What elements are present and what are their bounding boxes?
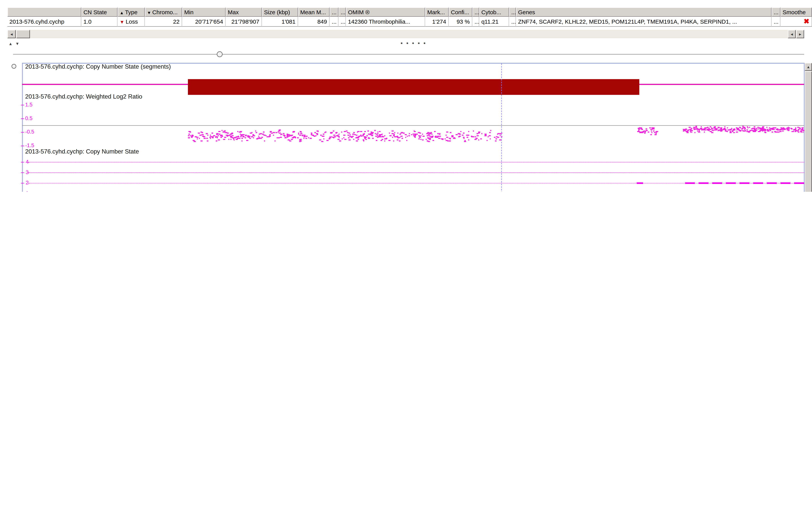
row-cell-e2[interactable]: ... xyxy=(339,17,346,27)
log2-marker xyxy=(801,130,802,131)
log2-marker xyxy=(488,135,490,136)
log2-marker xyxy=(704,132,705,133)
log2-marker xyxy=(407,136,408,137)
col-header-e4[interactable]: ... xyxy=(509,7,516,17)
log2-marker xyxy=(489,132,491,133)
log2-marker xyxy=(298,134,299,135)
table-hscroll-left-icon[interactable]: ◄ xyxy=(7,30,16,38)
log2-marker xyxy=(201,132,203,133)
row-cell-markers[interactable]: 1'274 xyxy=(425,17,449,27)
col-header-e2[interactable]: ... xyxy=(339,7,346,17)
col-header-markers[interactable]: Mark... xyxy=(425,7,449,17)
table-hscroll-left2-icon[interactable]: ◄ xyxy=(788,30,796,38)
log2-marker xyxy=(339,140,341,141)
table-hscroll-right-icon[interactable]: ► xyxy=(796,30,804,38)
log2-marker xyxy=(190,131,191,132)
log2-marker xyxy=(641,127,642,128)
col-header-size[interactable]: Size (kbp) xyxy=(262,7,298,17)
splitter-grip[interactable]: • • • • • xyxy=(390,40,437,47)
log2-marker xyxy=(201,134,204,135)
log2-marker xyxy=(276,132,277,133)
col-header-smooth[interactable]: Smoothe xyxy=(780,7,812,17)
log2-marker xyxy=(799,128,801,129)
row-cell-rowlabel[interactable]: 2013-576.cyhd.cychp xyxy=(7,17,81,27)
col-header-e3[interactable]: ... xyxy=(472,7,479,17)
col-header-type[interactable]: ▲ Type xyxy=(118,7,145,17)
vscroll-up-icon[interactable]: ▲ xyxy=(805,63,812,71)
row-cell-cn_state[interactable]: 1.0 xyxy=(81,17,118,27)
log2-marker xyxy=(310,138,312,139)
col-header-genes[interactable]: Genes xyxy=(516,7,772,17)
col-header-e5[interactable]: ... xyxy=(772,7,780,17)
table-hscroll-track[interactable] xyxy=(7,30,804,38)
row-cell-min[interactable]: 20'717'654 xyxy=(182,17,226,27)
log2-marker xyxy=(360,131,362,132)
collapse-down-icon[interactable]: ▾ xyxy=(14,41,21,47)
log2-marker xyxy=(264,141,265,141)
log2-marker xyxy=(190,135,191,136)
log2-marker xyxy=(220,137,222,138)
log2-marker xyxy=(335,133,337,134)
col-header-max[interactable]: Max xyxy=(226,7,262,17)
log2-marker xyxy=(439,133,440,134)
row-cell-max[interactable]: 21'798'907 xyxy=(226,17,262,27)
log2-marker xyxy=(644,132,645,133)
col-header-min[interactable]: Min xyxy=(182,7,226,17)
row-cell-genes[interactable]: ZNF74, SCARF2, KLHL22, MED15, POM121L4P,… xyxy=(516,17,772,27)
log2-marker xyxy=(329,138,331,138)
col-header-mean[interactable]: Mean M... xyxy=(298,7,330,17)
log2-marker xyxy=(278,132,278,132)
log2-marker xyxy=(756,128,758,129)
log2-marker xyxy=(382,136,383,137)
col-header-conf[interactable]: Confi... xyxy=(449,7,472,17)
delete-row-icon[interactable]: ✖ xyxy=(804,17,810,25)
log2-marker xyxy=(252,132,252,133)
col-header-chrom[interactable]: ▼ Chromo... xyxy=(145,7,182,17)
row-cell-e5[interactable]: ... xyxy=(772,17,780,27)
zoom-slider-handle[interactable] xyxy=(217,51,223,57)
log2-marker xyxy=(701,128,702,128)
col-header-cyto[interactable]: Cytob... xyxy=(479,7,509,17)
log2-marker xyxy=(374,130,376,131)
log2-marker xyxy=(738,129,740,130)
row-cell-type[interactable]: ▼ Loss xyxy=(118,17,145,27)
log2-marker xyxy=(413,135,415,136)
log2-marker xyxy=(652,132,652,133)
collapse-up-icon[interactable]: ▴ xyxy=(7,41,14,47)
col-header-omim[interactable]: OMIM ® xyxy=(346,7,425,17)
log2-marker xyxy=(419,137,421,138)
log2-marker xyxy=(717,128,718,129)
col-header-e1[interactable]: ... xyxy=(330,7,339,17)
log2-marker xyxy=(753,128,754,129)
log2-marker xyxy=(772,131,773,132)
log2-marker xyxy=(764,131,766,132)
vscroll-thumb[interactable] xyxy=(805,71,812,192)
row-cell-e4[interactable]: ... xyxy=(509,17,516,27)
log2-marker xyxy=(191,137,193,138)
log2-marker xyxy=(487,140,487,141)
log2-marker xyxy=(236,137,237,138)
table-hscroll-thumb[interactable] xyxy=(16,30,30,38)
log2-marker xyxy=(774,127,776,128)
row-cell-chrom[interactable]: 22 xyxy=(145,17,182,27)
row-cell-mean[interactable]: 849 xyxy=(298,17,330,27)
row-cell-size[interactable]: 1'081 xyxy=(262,17,298,27)
row-cell-cyto[interactable]: q11.21 xyxy=(479,17,509,27)
log2-marker xyxy=(303,138,304,139)
col-header-rowlabel[interactable] xyxy=(7,7,81,17)
cn-loss-segment-bar[interactable] xyxy=(188,79,639,95)
log2-marker xyxy=(210,137,212,138)
row-cell-conf[interactable]: 93 % xyxy=(449,17,472,27)
row-cell-e1[interactable]: ... xyxy=(330,17,339,27)
row-cell-smooth[interactable]: ✖ xyxy=(780,17,812,27)
zoom-slider-groove[interactable] xyxy=(13,54,804,55)
log2-marker xyxy=(193,140,195,141)
row-cell-e3[interactable]: ... xyxy=(472,17,479,27)
log2-tick-label: -0.5 xyxy=(25,129,34,135)
log2-marker xyxy=(297,138,298,139)
col-header-cn_state[interactable]: CN State xyxy=(81,7,118,17)
row-cell-omim[interactable]: 142360 Thrombophilia... xyxy=(346,17,425,27)
log2-marker xyxy=(363,136,366,137)
log2-marker xyxy=(478,132,480,133)
panel-collapse-handle[interactable] xyxy=(12,64,16,69)
